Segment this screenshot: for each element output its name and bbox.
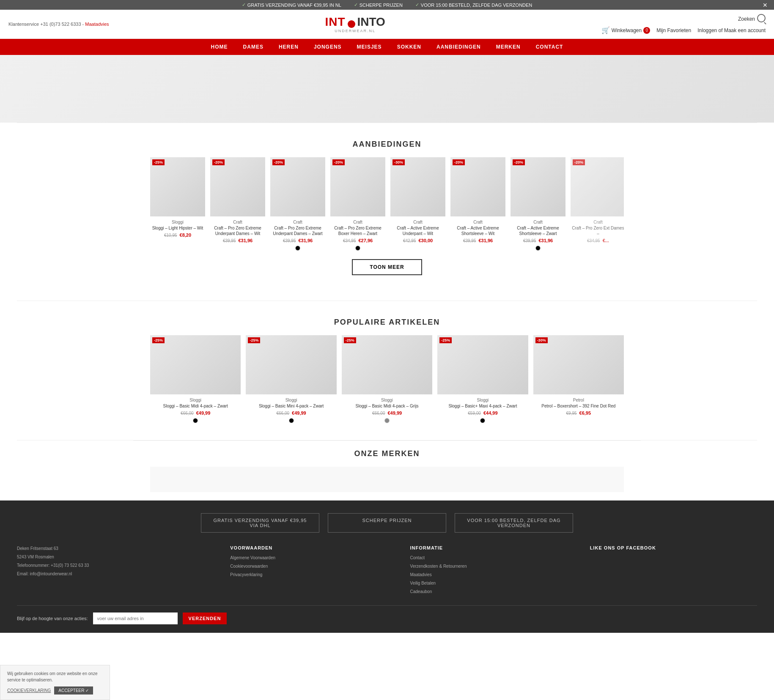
search-input-wrapper[interactable] [757,14,766,24]
footer-link-privacyverklaring[interactable]: Privacyverklaring [230,571,397,578]
favorites-link[interactable]: Mijn Favorieten [656,27,691,33]
footer-informatie-title: INFORMATIE [410,545,577,550]
product-image-placeholder [150,157,205,216]
footer-link-contact[interactable]: Contact [410,555,577,561]
price-new: €31,96 [298,238,313,243]
footer-street: Deken Fritsenstaat 63 [17,545,217,552]
footer-city: 5243 VM Rosmalen [17,554,217,561]
price-old: €42,95 [403,238,416,243]
header: Klantenservice +31 (0)73 522 6333 - Maat… [0,10,774,39]
price-old: €34,95 [587,238,600,243]
price-old: €10,95 [164,233,177,238]
nav-dames[interactable]: DAMES [236,39,271,55]
product-card[interactable]: -25% Sloggi Sloggi – Basic Mini 4-pack –… [246,335,336,423]
color-swatch-black[interactable] [535,246,541,251]
color-swatch-black[interactable] [480,418,485,423]
color-swatch-black[interactable] [355,246,360,251]
product-prices: €42,95 €30,00 [390,238,445,243]
nav-merken[interactable]: MERKEN [489,39,528,55]
search-icon [757,14,766,22]
product-card[interactable]: -25% Sloggi Sloggi – Light Hipster – Wit… [150,157,205,251]
discount-badge: -20% [513,159,525,165]
hero-banner [0,55,774,123]
price-old: €66,00 [181,411,194,416]
product-image: -20% [330,157,385,216]
cart-icon: 🛒 [601,26,610,34]
logo-subtitle: UNDERWEAR.NL [335,29,376,33]
product-card[interactable]: -20% Craft Craft – Pro Zero Extreme Unde… [270,157,325,251]
product-brand: Craft [390,220,445,224]
price-old: €39,95 [283,238,296,243]
product-card[interactable]: -25% Sloggi Sloggi – Basic Midi 4-pack –… [342,335,432,423]
price-new: €44,99 [483,410,498,416]
nav-heren[interactable]: HEREN [271,39,306,55]
product-name: Craft – Active Extreme Shortsleeve – Zwa… [511,225,565,236]
product-card[interactable]: -30% Craft Craft – Active Extreme Underp… [390,157,445,251]
discount-badge: -25% [152,159,165,165]
nav-meisjes[interactable]: MEISJES [349,39,390,55]
nav-contact[interactable]: CONTACT [528,39,571,55]
footer-link-verzendkosten[interactable]: Verzendkosten & Retourneren [410,563,577,570]
logo[interactable]: INT INTO [325,15,385,29]
price-old: €59,00 [468,411,481,416]
nav-home[interactable]: HOME [203,39,236,55]
footer-link-algemene-voorwaarden[interactable]: Algemene Voorwaarden [230,555,397,561]
newsletter-email-input[interactable] [93,612,178,624]
color-swatch-black[interactable] [193,418,198,423]
account-link[interactable]: Inloggen of Maak een account [697,27,766,33]
footer-link-veiligbetalen[interactable]: Veilig Betalen [410,580,577,587]
newsletter-submit-button[interactable]: VERZENDEN [183,612,227,624]
color-swatch-grey[interactable] [384,418,390,423]
nav-jongens[interactable]: JONGENS [306,39,349,55]
product-card[interactable]: -30% Petrol Petrol – Boxershort – 392 Fi… [533,335,624,423]
product-image-placeholder [511,157,565,216]
topbar-message3: ✓ VOOR 15:00 BESTELD, ZELFDE DAG VERZOND… [415,2,532,8]
product-brand: Sloggi [437,398,528,402]
footer-link-cadeaubon[interactable]: Cadeaubon [410,588,577,595]
product-name: Craft – Pro Zero Extreme Underpant Dames… [270,225,325,236]
product-prices: €9,95 €6,95 [533,410,624,416]
product-prices: €39,95 €31,96 [210,238,265,243]
topbar-message1: ✓ GRATIS VERZENDING VANAF €39,95 IN NL [242,2,341,8]
nav-aanbiedingen[interactable]: AANBIEDINGEN [429,39,489,55]
product-card[interactable]: -20% Craft Craft – Active Extreme Shorts… [450,157,505,251]
product-card[interactable]: -20% Craft Craft – Active Extreme Shorts… [511,157,565,251]
product-brand: Sloggi [150,398,241,402]
price-old: €66,00 [276,411,289,416]
footer-feature-prices: SCHERPE PRIJZEN [328,513,446,533]
toon-meer-button[interactable]: TOON MEER [352,259,422,275]
product-card[interactable]: -20% Craft Craft – Pro Zero Ext Dames – … [571,157,624,251]
maatadvies-link[interactable]: Maatadvies [85,22,109,27]
product-card[interactable]: -25% Sloggi Sloggi – Basic Midi 4-pack –… [150,335,241,423]
footer-informatie-col: INFORMATIE Contact Verzendkosten & Retou… [410,545,577,597]
product-image-placeholder [390,157,445,216]
product-card[interactable]: -20% Craft Craft – Pro Zero Extreme Unde… [210,157,265,251]
discount-badge: -25% [344,337,356,343]
topbar-close-button[interactable]: ✕ [763,2,768,8]
product-brand: Craft [511,220,565,224]
nav-sokken[interactable]: SOKKEN [390,39,429,55]
product-brand: Craft [330,220,385,224]
product-image-placeholder [210,157,265,216]
product-name: Craft – Pro Zero Ext Dames – [571,225,624,236]
search-handle-icon [764,22,766,25]
product-image-placeholder [437,335,528,394]
footer-columns: Deken Fritsenstaat 63 5243 VM Rosmalen T… [17,545,757,597]
cart-area[interactable]: 🛒 Winkelwagen 0 [601,26,650,34]
price-old: €9,95 [566,411,577,416]
color-swatch-black[interactable] [295,246,300,251]
price-new: €31,96 [538,238,553,243]
price-new: €... [603,238,609,243]
color-swatch-black[interactable] [289,418,294,423]
footer-link-maatadvies[interactable]: Maatadvies [410,571,577,578]
discount-badge: -20% [332,159,345,165]
product-image: -20% [450,157,505,216]
footer-link-cookievoorwaarden[interactable]: Cookievoorwaarden [230,563,397,570]
product-card[interactable]: -20% Craft Craft – Pro Zero Extreme Boxe… [330,157,385,251]
customer-service-info: Klantenservice +31 (0)73 522 6333 - Maat… [8,22,109,27]
product-image: -25% [437,335,528,394]
product-card[interactable]: -25% Sloggi Sloggi – Basic+ Maxi 4-pack … [437,335,528,423]
product-image-placeholder [342,335,432,394]
price-new: €8,20 [180,232,192,238]
footer-social-col: LIKE ONS OP FACEBOOK [590,545,757,597]
